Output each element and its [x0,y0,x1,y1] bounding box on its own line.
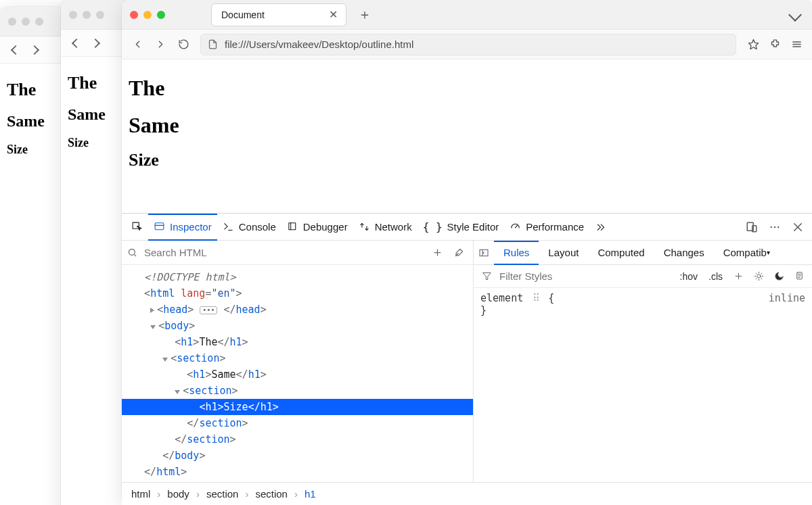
back-icon[interactable] [11,45,20,54]
rules-panel: Rules Layout Computed Changes Compatib ▾… [474,241,812,482]
ellipsis-icon[interactable]: ••• [200,306,217,314]
chevron-right-icon: › [294,488,298,500]
new-tab-button[interactable]: ＋ [355,5,375,25]
url-text: file:///Users/vmakeev/Desktop/outline.ht… [225,39,413,50]
light-scheme-button[interactable] [750,268,767,285]
tree-section1-close[interactable]: </section> [122,431,473,448]
tree-h1-size-selected[interactable]: <h1>Size</h1> [122,399,473,415]
app-menu-button[interactable] [786,34,807,55]
page-heading-1: The [129,76,805,101]
tabs-overflow-icon[interactable] [788,8,802,22]
close-dot[interactable] [69,11,77,19]
breadcrumb-item[interactable]: section [206,488,239,500]
tab-inspector[interactable]: Inspector [148,214,217,241]
markup-panel: <!DOCTYPE html> <html lang="en"> <head> … [122,241,474,482]
pick-element-button[interactable] [126,214,148,241]
max-dot[interactable] [35,18,43,26]
pseudo-cls-button[interactable]: .cls [704,271,727,282]
tree-section2-open[interactable]: <section> [122,383,473,399]
forward-icon[interactable] [30,45,39,54]
forward-icon[interactable] [91,38,100,47]
responsive-mode-button[interactable] [742,217,762,237]
add-node-button[interactable] [428,244,446,262]
titlebar: Document ✕ ＋ [122,0,812,30]
breadcrumb-item[interactable]: body [167,488,189,500]
file-icon [208,39,218,49]
markup-tree[interactable]: <!DOCTYPE html> <html lang="en"> <head> … [122,265,473,482]
max-dot[interactable] [96,11,104,19]
min-dot[interactable] [83,11,91,19]
toggle-3pane-button[interactable] [474,247,494,258]
tab-inspector-label: Inspector [170,221,212,233]
tree-h1-same[interactable]: <h1>Same</h1> [122,366,473,383]
tab-layout[interactable]: Layout [539,241,588,265]
breadcrumb-item[interactable]: html [131,488,150,500]
tab-debugger[interactable]: Debugger [281,214,353,241]
svg-marker-0 [748,39,758,49]
tree-doctype[interactable]: <!DOCTYPE html> [144,271,235,283]
tab-console[interactable]: Console [217,214,281,241]
tree-html-open[interactable]: <html lang="en"> [122,285,473,302]
tab-compatibility[interactable]: Compatib ▾ [714,241,771,265]
twisty-icon[interactable] [150,308,154,313]
tree-section1-open[interactable]: <section> [122,350,473,366]
twisty-icon[interactable] [150,325,156,329]
search-html-input[interactable] [143,246,423,259]
tree-head[interactable]: <head> ••• </head> [122,302,473,318]
browser-tab[interactable]: Document ✕ [211,3,346,26]
tab-rules[interactable]: Rules [494,241,539,265]
svg-point-25 [757,274,761,278]
svg-rect-5 [155,223,164,230]
tree-h1-the[interactable]: <h1>The</h1> [122,334,473,350]
eyedropper-button[interactable] [450,244,468,262]
back-button[interactable] [127,34,148,55]
drag-grip-icon[interactable]: ⠿ [529,292,542,304]
url-bar[interactable]: file:///Users/vmakeev/Desktop/outline.ht… [200,34,736,55]
back-icon[interactable] [72,38,81,47]
tab-performance[interactable]: Performance [504,214,589,241]
devtools-close-button[interactable] [788,217,808,237]
rules-toolbar: :hov .cls [474,265,812,288]
min-dot[interactable] [22,18,30,26]
tabs-overflow-button[interactable] [589,214,612,241]
breadcrumb-bar: html› body› section› section› h1 [122,482,812,505]
element-selector-label: element [480,292,523,304]
tree-section2-close[interactable]: </section> [122,415,473,431]
twisty-icon[interactable] [175,390,180,394]
reload-button[interactable] [173,34,194,55]
minimize-window-icon[interactable] [143,11,152,19]
chevron-right-icon: › [245,488,248,500]
svg-line-17 [134,254,136,256]
extensions-button[interactable] [765,34,785,55]
pseudo-hov-button[interactable]: :hov [676,271,702,282]
rules-tabbar: Rules Layout Computed Changes Compatib ▾ [474,241,812,265]
svg-point-13 [777,226,779,227]
breadcrumb-item[interactable]: section [255,488,288,500]
dark-scheme-button[interactable] [770,268,788,285]
search-icon [127,247,137,258]
navigation-toolbar: file:///Users/vmakeev/Desktop/outline.ht… [122,30,812,59]
close-dot[interactable] [8,18,16,26]
filter-styles-input[interactable] [498,270,673,283]
close-tab-icon[interactable]: ✕ [328,8,339,21]
tab-computed[interactable]: Computed [588,241,654,265]
rules-body[interactable]: element ⠿ { inline } [474,288,812,482]
tree-html-close[interactable]: </html> [122,464,473,480]
tab-changes[interactable]: Changes [654,241,714,265]
breadcrumb-item-current[interactable]: h1 [304,488,316,500]
svg-line-31 [761,279,761,279]
tree-body-close[interactable]: </body> [122,448,473,464]
twisty-icon[interactable] [162,358,168,362]
zoom-window-icon[interactable] [157,11,165,19]
devtools-menu-button[interactable] [765,217,785,237]
tab-style-editor[interactable]: { } Style Editor [418,214,505,241]
print-media-button[interactable] [790,268,808,285]
svg-line-33 [756,279,757,279]
tab-network[interactable]: Network [353,214,418,241]
tree-body-open[interactable]: <body> [122,318,473,334]
window-controls [8,18,43,26]
close-window-icon[interactable] [130,11,138,19]
add-rule-button[interactable] [729,268,747,285]
forward-button[interactable] [150,34,171,55]
bookmark-button[interactable] [743,34,763,55]
